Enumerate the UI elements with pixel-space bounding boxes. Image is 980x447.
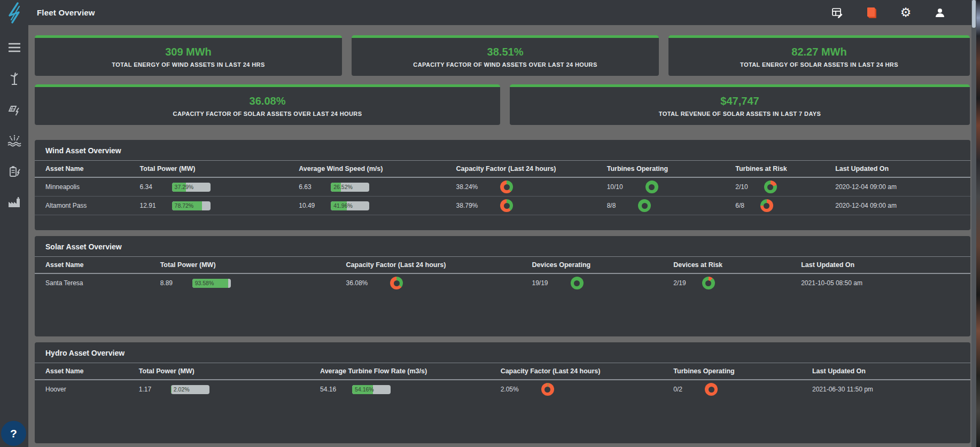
power-value: 8.89 bbox=[160, 279, 181, 287]
table-row-santa-teresa-solar[interactable]: Santa Teresa 8.89 93.58% 36.08% 19/19 2/… bbox=[35, 274, 970, 292]
flow-progress-bar: 54.16% bbox=[352, 385, 391, 394]
help-button[interactable]: ? bbox=[1, 421, 26, 446]
col-last-updated: Last Updated On bbox=[812, 367, 970, 375]
sidebar-item-hydro-assets[interactable] bbox=[0, 130, 28, 151]
section-title-hydro: Hydro Asset Overview bbox=[35, 342, 970, 363]
wind-turbine-icon bbox=[8, 72, 21, 85]
copy-pages-button[interactable] bbox=[864, 5, 880, 21]
table-edit-icon bbox=[831, 6, 844, 19]
col-devices-at-risk: Devices at Risk bbox=[673, 261, 801, 269]
wind-asset-overview-card: Wind Asset Overview Asset Name Total Pow… bbox=[35, 140, 970, 230]
asset-name: Hoover bbox=[45, 386, 139, 393]
devices-operating-value: 19/19 bbox=[532, 279, 548, 287]
speed-value: 10.49 bbox=[299, 202, 319, 209]
asset-name: Minneapolis bbox=[45, 183, 140, 191]
speed-progress-bar: 26.52% bbox=[331, 183, 369, 192]
turbines-operating-donut bbox=[645, 181, 658, 193]
asset-name: Altamont Pass bbox=[45, 202, 140, 209]
col-total-power: Total Power (MW) bbox=[140, 165, 299, 172]
account-button[interactable] bbox=[932, 5, 948, 21]
flow-rate-value: 54.16 bbox=[320, 386, 340, 393]
kpi-card-solar-energy: 82.27 MWh TOTAL ENERGY OF SOLAR ASSETS I… bbox=[668, 35, 970, 76]
solar-panel-icon bbox=[7, 103, 21, 116]
turbines-at-risk-value: 6/8 bbox=[735, 202, 744, 209]
sidebar-item-menu[interactable] bbox=[0, 37, 28, 58]
capacity-factor-value: 38.24% bbox=[456, 183, 478, 191]
vertical-scrollbar[interactable] bbox=[971, 0, 976, 447]
kpi-value: 36.08% bbox=[250, 95, 286, 107]
table-row-minneapolis[interactable]: Minneapolis 6.34 37.29% 6.63 26.52% 38.2… bbox=[35, 178, 970, 196]
capacity-factor-value: 38.79% bbox=[456, 202, 478, 209]
col-capacity-factor: Capacity Factor (Last 24 hours) bbox=[346, 261, 532, 269]
turbines-at-risk-donut bbox=[760, 199, 773, 212]
sidebar-item-solar-assets[interactable] bbox=[0, 99, 28, 120]
solar-table-header: Asset Name Total Power (MW) Capacity Fac… bbox=[35, 257, 970, 273]
col-turbines-operating: Turbines Operating bbox=[673, 367, 812, 375]
col-last-updated: Last Updated On bbox=[801, 261, 970, 269]
kpi-value: $47,747 bbox=[720, 95, 759, 107]
sidebar-item-plant-assets[interactable] bbox=[0, 192, 28, 213]
app-logo[interactable] bbox=[0, 2, 28, 23]
col-asset-name: Asset Name bbox=[45, 261, 160, 269]
last-updated-value: 2021-06-30 11:50 pm bbox=[812, 386, 970, 393]
last-updated-value: 2021-10-05 08:50 am bbox=[801, 279, 970, 287]
capacity-factor-donut bbox=[541, 383, 554, 396]
scrollbar-thumb[interactable] bbox=[972, 0, 976, 28]
table-row-hoover[interactable]: Hoover 1.17 2.02% 54.16 54.16% 2.05% 0/2… bbox=[35, 380, 970, 398]
kpi-value: 38.51% bbox=[487, 46, 524, 58]
page-title: Fleet Overview bbox=[37, 8, 95, 17]
turbines-at-risk-value: 2/10 bbox=[735, 183, 748, 191]
col-devices-operating: Devices Operating bbox=[532, 261, 673, 269]
background-window-sliver bbox=[976, 0, 980, 447]
col-asset-name: Asset Name bbox=[45, 367, 139, 375]
col-capacity-factor: Capacity Factor (Last 24 hours) bbox=[456, 165, 607, 172]
kpi-card-wind-capacity-factor: 38.51% CAPACITY FACTOR OF WIND ASSETS OV… bbox=[352, 35, 659, 76]
person-icon bbox=[934, 6, 946, 19]
kpi-value: 309 MWh bbox=[165, 46, 212, 58]
kpi-label: TOTAL ENERGY OF SOLAR ASSETS IN LAST 24 … bbox=[740, 61, 898, 68]
col-avg-turbine-flow-rate: Average Turbine Flow Rate (m3/s) bbox=[320, 367, 501, 375]
kpi-card-solar-capacity-factor: 36.08% CAPACITY FACTOR OF SOLAR ASSETS O… bbox=[35, 84, 500, 125]
kpi-label: TOTAL ENERGY OF WIND ASSETS IN LAST 24 H… bbox=[112, 61, 265, 68]
power-progress-bar: 78.72% bbox=[172, 201, 211, 210]
turbines-operating-donut bbox=[638, 199, 651, 212]
solar-asset-overview-card: Solar Asset Overview Asset Name Total Po… bbox=[35, 236, 970, 336]
turbines-operating-value: 8/8 bbox=[607, 202, 616, 209]
copy-pages-icon bbox=[865, 6, 878, 20]
turbines-operating-donut bbox=[705, 383, 718, 396]
col-turbines-at-risk: Turbines at Risk bbox=[735, 165, 835, 172]
kpi-label: TOTAL REVENUE OF SOLAR ASSETS IN LAST 7 … bbox=[659, 111, 821, 117]
capacity-factor-value: 36.08% bbox=[346, 279, 368, 287]
hydro-table-header: Asset Name Total Power (MW) Average Turb… bbox=[35, 363, 970, 379]
kpi-value: 82.27 MWh bbox=[791, 46, 846, 58]
turbines-operating-value: 10/10 bbox=[607, 183, 623, 191]
turbines-at-risk-donut bbox=[764, 181, 777, 193]
hydro-asset-overview-card: Hydro Asset Overview Asset Name Total Po… bbox=[35, 342, 970, 443]
last-updated-value: 2020-12-04 09:00 am bbox=[835, 183, 970, 191]
battery-icon bbox=[7, 164, 21, 178]
kpi-label: CAPACITY FACTOR OF SOLAR ASSETS OVER LAS… bbox=[173, 111, 362, 117]
help-question-mark: ? bbox=[10, 427, 17, 440]
report-edit-button[interactable] bbox=[829, 5, 845, 21]
sidebar-item-wind-assets[interactable] bbox=[0, 68, 28, 89]
sidebar-item-storage-assets[interactable] bbox=[0, 161, 28, 182]
col-turbines-operating: Turbines Operating bbox=[607, 165, 736, 172]
kpi-card-solar-revenue: $47,747 TOTAL REVENUE OF SOLAR ASSETS IN… bbox=[510, 84, 970, 125]
gear-icon: ⚙ bbox=[900, 6, 912, 19]
power-value: 12.91 bbox=[140, 202, 160, 209]
main-content: 309 MWh TOTAL ENERGY OF WIND ASSETS IN L… bbox=[28, 25, 972, 447]
power-progress-bar: 93.58% bbox=[192, 279, 231, 288]
col-total-power: Total Power (MW) bbox=[160, 261, 346, 269]
section-title-solar: Solar Asset Overview bbox=[35, 236, 970, 256]
hydro-water-icon bbox=[7, 134, 22, 147]
col-asset-name: Asset Name bbox=[45, 165, 140, 172]
power-progress-bar: 2.02% bbox=[171, 385, 209, 394]
devices-at-risk-value: 2/19 bbox=[673, 279, 686, 287]
col-capacity-factor: Capacity Factor (Last 24 hours) bbox=[501, 367, 674, 375]
devices-operating-donut bbox=[571, 277, 584, 289]
table-row-altamont-pass[interactable]: Altamont Pass 12.91 78.72% 10.49 41.96% … bbox=[35, 197, 970, 215]
capacity-factor-value: 2.05% bbox=[501, 386, 519, 393]
factory-icon bbox=[7, 196, 21, 209]
wind-table-header: Asset Name Total Power (MW) Average Wind… bbox=[35, 161, 970, 177]
settings-button[interactable]: ⚙ bbox=[898, 5, 914, 21]
